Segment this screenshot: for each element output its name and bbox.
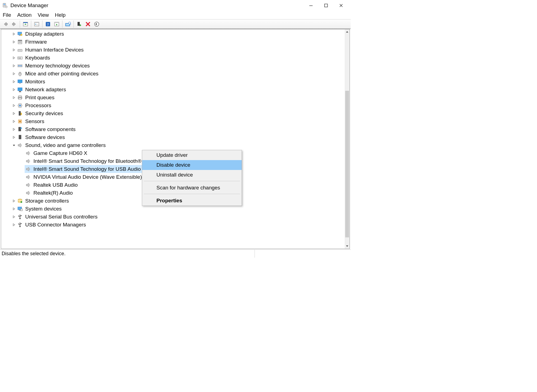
category-row[interactable]: Firmware [1, 38, 350, 46]
menu-view[interactable]: View [38, 12, 49, 18]
context-menu-item-label: Uninstall device [156, 172, 193, 178]
svg-marker-74 [13, 104, 15, 107]
chevron-right-icon[interactable] [12, 88, 16, 91]
context-menu-item[interactable]: Scan for hardware changes [142, 183, 242, 193]
context-menu-item[interactable]: Uninstall device [142, 170, 242, 180]
chevron-down-icon[interactable] [12, 144, 16, 147]
svg-marker-32 [13, 33, 15, 35]
svg-rect-48 [18, 57, 22, 59]
category-label: Memory technology devices [25, 63, 90, 69]
category-row[interactable]: Security devices [1, 109, 350, 117]
forward-button[interactable] [10, 20, 18, 28]
svg-marker-100 [26, 191, 29, 195]
network-icon [17, 87, 23, 93]
scan-hardware-button[interactable] [93, 20, 101, 28]
svg-line-25 [70, 24, 71, 24]
context-menu-item[interactable]: Update driver [142, 150, 242, 160]
category-label: Universal Serial Bus controllers [25, 214, 98, 220]
category-row[interactable]: Display adapters [1, 30, 350, 38]
category-row[interactable]: System devices [1, 205, 350, 213]
svg-rect-53 [18, 58, 21, 59]
update-driver-button[interactable] [75, 20, 83, 28]
category-row[interactable]: Software devices [1, 133, 350, 141]
chevron-right-icon[interactable] [12, 96, 16, 99]
status-text: Disables the selected device. [2, 251, 65, 257]
svg-point-4 [5, 6, 7, 8]
svg-marker-97 [26, 167, 29, 171]
chevron-right-icon[interactable] [12, 128, 16, 131]
printer-icon [17, 95, 23, 101]
show-hidden-button[interactable] [64, 20, 72, 28]
firmware-icon [17, 39, 23, 45]
chevron-right-icon[interactable] [12, 80, 16, 83]
help-button[interactable]: ? [44, 20, 52, 28]
scroll-up-button[interactable] [345, 29, 350, 34]
svg-rect-58 [21, 65, 22, 66]
maximize-button[interactable] [318, 1, 333, 10]
scroll-thumb[interactable] [345, 91, 349, 237]
chevron-right-icon[interactable] [12, 41, 16, 43]
chevron-right-icon[interactable] [12, 120, 16, 123]
category-row[interactable]: Sound, video and game controllers [1, 141, 350, 149]
category-row[interactable]: USB Connector Managers [1, 221, 350, 229]
category-row[interactable]: Keyboards [1, 54, 350, 62]
svg-rect-44 [19, 50, 20, 50]
category-row[interactable]: Network adapters [1, 86, 350, 93]
chevron-right-icon[interactable] [12, 215, 16, 218]
system-icon [17, 206, 23, 212]
svg-rect-51 [20, 57, 20, 58]
properties-sheet-button[interactable] [33, 20, 41, 28]
scroll-down-button[interactable] [345, 244, 350, 249]
chevron-right-icon[interactable] [12, 33, 16, 35]
context-menu-item-label: Disable device [156, 162, 190, 168]
software-comp-icon: + [17, 126, 23, 132]
sound-icon [25, 182, 31, 188]
chevron-right-icon[interactable] [12, 223, 16, 226]
action-pane-button[interactable] [53, 20, 61, 28]
category-row[interactable]: Monitors [1, 78, 350, 86]
chevron-right-icon[interactable] [12, 136, 16, 139]
svg-point-105 [21, 201, 22, 203]
category-label: Monitors [25, 79, 45, 85]
show-tree-button[interactable] [22, 20, 29, 28]
sound-icon [25, 158, 31, 164]
chevron-right-icon[interactable] [12, 208, 16, 210]
uninstall-button[interactable] [84, 20, 92, 28]
context-menu: Update driverDisable deviceUninstall dev… [142, 150, 242, 206]
menu-action[interactable]: Action [17, 12, 32, 18]
svg-rect-23 [66, 24, 69, 25]
sound-icon [25, 190, 31, 196]
category-row[interactable]: Human Interface Devices [1, 46, 350, 54]
category-row[interactable]: +Software components [1, 125, 350, 133]
category-row[interactable]: Memory technology devices [1, 62, 350, 70]
svg-rect-92 [19, 135, 21, 139]
category-row[interactable]: Processors [1, 101, 350, 109]
close-button[interactable] [333, 1, 349, 10]
menu-help[interactable]: Help [55, 12, 65, 18]
chevron-right-icon[interactable] [12, 200, 16, 202]
sound-icon [17, 142, 23, 148]
chevron-right-icon[interactable] [12, 104, 16, 107]
svg-rect-7 [324, 4, 327, 7]
minimize-button[interactable] [303, 1, 318, 10]
chevron-right-icon[interactable] [12, 56, 16, 59]
chevron-right-icon[interactable] [12, 72, 16, 75]
svg-text:?: ? [47, 22, 49, 26]
category-row[interactable]: Mice and other pointing devices [1, 70, 350, 78]
context-menu-item-label: Update driver [156, 152, 188, 158]
chevron-right-icon[interactable] [12, 112, 16, 115]
svg-rect-34 [19, 35, 21, 36]
context-menu-item[interactable]: Disable device [142, 160, 242, 170]
svg-marker-96 [26, 159, 29, 163]
svg-rect-56 [18, 65, 19, 66]
device-label: Realtek USB Audio [33, 182, 78, 188]
category-row[interactable]: Universal Serial Bus controllers [1, 213, 350, 221]
category-row[interactable]: Sensors [1, 117, 350, 125]
back-button[interactable] [2, 20, 9, 28]
chevron-right-icon[interactable] [12, 64, 16, 67]
chevron-right-icon[interactable] [12, 49, 16, 51]
category-row[interactable]: Print queues [1, 93, 350, 101]
menu-file[interactable]: File [3, 12, 11, 18]
context-menu-item[interactable]: Properties [142, 196, 242, 206]
vertical-scrollbar[interactable] [345, 29, 350, 249]
